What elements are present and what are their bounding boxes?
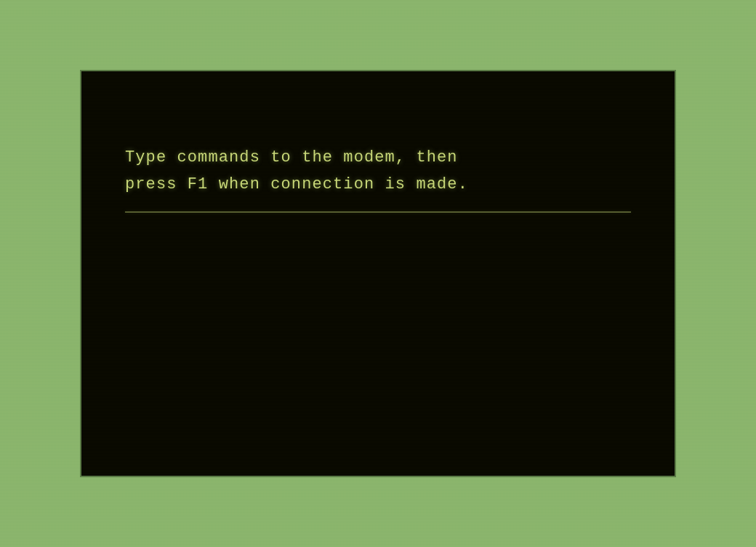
instruction-text: Type commands to the modem, then press F… <box>125 144 468 199</box>
screen-content: Type commands to the modem, then press F… <box>81 71 675 476</box>
divider-line <box>125 212 631 212</box>
instruction-line-2: press F1 when connection is made. <box>125 175 468 193</box>
instruction-line-1: Type commands to the modem, then <box>125 148 458 167</box>
terminal-screen: Type commands to the modem, then press F… <box>80 70 676 477</box>
